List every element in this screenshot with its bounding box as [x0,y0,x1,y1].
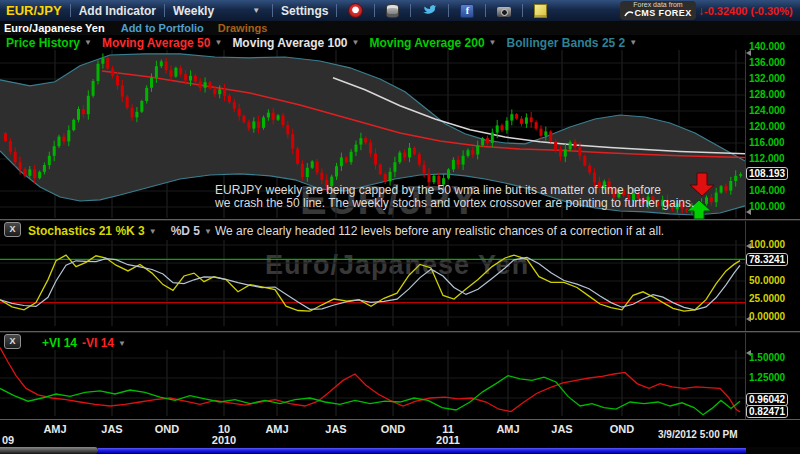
last-value-badge: 78.3241 [746,253,788,266]
database-icon[interactable] [386,4,399,18]
x-axis-label: OND [381,423,405,435]
axis-label: 100.000 [749,239,785,250]
axis-label: 0.00000 [749,311,785,322]
x-axis-label: OND [155,423,179,435]
add-to-portfolio-link[interactable]: Add to Portfolio [121,22,204,34]
chevron-down-icon[interactable]: ▼ [204,227,212,236]
chevron-down-icon[interactable]: ▼ [252,6,260,15]
stoch-close-button[interactable]: X [4,222,21,237]
time-axis[interactable]: AMJJASOND102010AMJJASOND112011AMJJASOND0… [0,420,800,447]
axis-label: 104.000 [749,185,785,196]
chevron-down-icon[interactable]: ▼ [629,38,637,47]
last-value-badge: 108.193 [746,167,788,180]
x-axis-label: JAS [325,423,346,435]
axis-label: 50.0000 [749,275,785,286]
axis-label: 116.000 [749,137,785,148]
add-indicator-button[interactable]: Add Indicator [79,4,156,18]
ma100-dropdown[interactable]: Moving Average 100 [232,36,347,50]
chevron-down-icon[interactable]: ▼ [489,38,497,47]
axis-label: 1.25000 [749,372,785,383]
twitter-icon[interactable] [422,3,437,19]
axis-label: 132.000 [749,73,785,84]
chart-application: EUR/JPY Euro/Japanese Yen EUR/JPY Add In… [0,0,800,454]
x-axis-label: AMJ [496,423,519,435]
axis-label: 112.000 [749,153,785,164]
price-change: ↓-0.32400 (-0.30%) [698,4,793,18]
divider [336,4,337,17]
annotation-line1: EURJPY weekly are being capped by the 50… [215,183,661,197]
symbol-label[interactable]: EUR/JPY [6,3,62,18]
axis-label: 128.000 [749,89,785,100]
settings-button[interactable]: Settings [281,4,328,18]
divider [374,4,375,17]
chevron-down-icon[interactable]: ▼ [118,339,126,348]
axis-label: 140.000 [749,41,785,52]
last-value-badge: 0.82471 [746,405,788,418]
divider [164,4,165,17]
facebook-icon[interactable] [460,4,474,18]
divider [70,4,71,17]
drawings-link[interactable]: Drawings [218,22,268,34]
x-axis-label: 2011 [436,434,460,446]
x-axis-label: OND [610,423,634,435]
x-axis-label: 2010 [212,434,236,446]
axis-label: 124.000 [749,105,785,116]
chevron-down-icon[interactable]: ▼ [214,38,222,47]
notes-icon[interactable] [534,4,547,18]
alarm-icon[interactable] [348,3,363,18]
divider [522,4,523,17]
ma200-dropdown[interactable]: Moving Average 200 [369,36,484,50]
provider-logo: CMS FOREX [620,9,696,18]
x-axis-label: 09 [2,434,14,446]
toolbar: EUR/JPY Add Indicator Weekly ▼ Settings … [0,0,800,21]
annotation-line2: we crash the 50 line. The weekly stochs … [215,196,694,210]
vi-header: +VI 14 -VI 14▼ [42,336,130,350]
vi-minus-label[interactable]: -VI 14 [82,336,114,350]
x-axis-label: JAS [101,423,122,435]
instrument-name: Euro/Japanese Yen [4,22,105,34]
stoch-k-dropdown[interactable]: Stochastics 21 %K 3 [28,224,145,238]
chevron-down-icon[interactable]: ▼ [149,227,157,236]
divider [485,4,486,17]
period-dropdown[interactable]: Weekly [173,4,214,18]
subheader: Euro/Japanese Yen Add to Portfolio Drawi… [0,21,800,35]
axis-label: 136.000 [749,57,785,68]
vi-close-button[interactable]: X [4,334,21,349]
panel-separator [0,419,800,420]
swoosh-icon [624,9,634,17]
bollinger-dropdown[interactable]: Bollinger Bands 25 2 [507,36,626,50]
axis-label: 100.000 [749,201,785,212]
stoch-d-dropdown[interactable]: %D 5 [171,224,200,238]
vi-plus-label[interactable]: +VI 14 [42,336,77,350]
x-axis-label: AMJ [265,423,288,435]
price-history-dropdown[interactable]: Price History [6,36,80,50]
divider [272,4,273,17]
axis-label: 25.0000 [749,293,785,304]
ma50-dropdown[interactable]: Moving Average 50 [102,36,210,50]
scrollbar[interactable] [0,447,800,454]
indicator-bar: Price History▼ Moving Average 50▼ Moving… [0,35,745,50]
axis-label: 1.50000 [749,352,785,363]
divider [410,4,411,17]
camera-icon[interactable] [497,7,511,17]
scrollbar-thumb[interactable] [98,448,746,453]
x-axis-label: 3/9/2012 5:00 PM [658,429,738,440]
stoch-header: Stochastics 21 %K 3▼ %D 5▼ [28,224,216,238]
divider [448,4,449,17]
x-axis-label: AMJ [43,423,66,435]
provider-badge: Forex data from CMS FOREX [620,1,696,20]
annotation-line3: We are clearly headed 112 levels before … [215,224,664,238]
panel-separator-shadow [0,220,800,221]
axis-label: 120.000 [749,121,785,132]
chevron-down-icon[interactable]: ▼ [84,38,92,47]
x-axis-label: JAS [551,423,572,435]
chevron-down-icon[interactable]: ▼ [352,38,360,47]
panel-separator-shadow [0,332,800,333]
scrollbar-left-handle[interactable] [0,447,98,454]
